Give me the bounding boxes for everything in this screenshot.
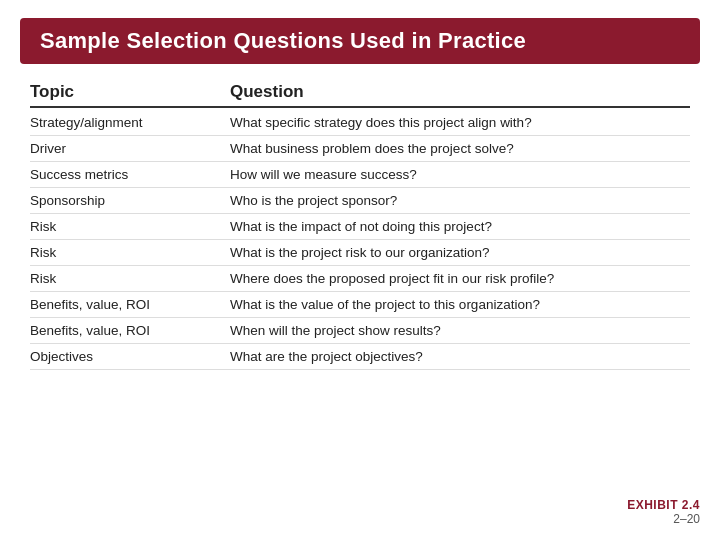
row-question: How will we measure success?	[230, 167, 690, 182]
row-question: What business problem does the project s…	[230, 141, 690, 156]
table-container: Topic Question Strategy/alignmentWhat sp…	[20, 82, 700, 490]
row-topic: Risk	[30, 219, 230, 234]
row-topic: Objectives	[30, 349, 230, 364]
row-question: What specific strategy does this project…	[230, 115, 690, 130]
row-topic: Risk	[30, 271, 230, 286]
row-question: When will the project show results?	[230, 323, 690, 338]
column-header-topic: Topic	[30, 82, 230, 102]
page-number: 2–20	[673, 512, 700, 526]
table-row: RiskWhat is the project risk to our orga…	[30, 240, 690, 266]
row-topic: Driver	[30, 141, 230, 156]
table-row: DriverWhat business problem does the pro…	[30, 136, 690, 162]
row-question: What is the value of the project to this…	[230, 297, 690, 312]
header-banner: Sample Selection Questions Used in Pract…	[20, 18, 700, 64]
row-topic: Benefits, value, ROI	[30, 323, 230, 338]
row-question: Where does the proposed project fit in o…	[230, 271, 690, 286]
table-body: Strategy/alignmentWhat specific strategy…	[30, 110, 690, 370]
table-row: SponsorshipWho is the project sponsor?	[30, 188, 690, 214]
row-topic: Risk	[30, 245, 230, 260]
table-row: Benefits, value, ROIWhat is the value of…	[30, 292, 690, 318]
table-row: Benefits, value, ROIWhen will the projec…	[30, 318, 690, 344]
row-question: What are the project objectives?	[230, 349, 690, 364]
footer: EXHIBIT 2.4 2–20	[20, 490, 700, 526]
table-row: RiskWhere does the proposed project fit …	[30, 266, 690, 292]
table-header-row: Topic Question	[30, 82, 690, 108]
row-question: Who is the project sponsor?	[230, 193, 690, 208]
column-header-question: Question	[230, 82, 690, 102]
table-row: ObjectivesWhat are the project objective…	[30, 344, 690, 370]
page-title: Sample Selection Questions Used in Pract…	[40, 28, 526, 53]
table-row: Strategy/alignmentWhat specific strategy…	[30, 110, 690, 136]
row-question: What is the impact of not doing this pro…	[230, 219, 690, 234]
row-topic: Success metrics	[30, 167, 230, 182]
page: Sample Selection Questions Used in Pract…	[0, 0, 720, 540]
row-topic: Strategy/alignment	[30, 115, 230, 130]
row-question: What is the project risk to our organiza…	[230, 245, 690, 260]
table-row: Success metricsHow will we measure succe…	[30, 162, 690, 188]
table-row: RiskWhat is the impact of not doing this…	[30, 214, 690, 240]
row-topic: Benefits, value, ROI	[30, 297, 230, 312]
exhibit-label: EXHIBIT 2.4	[627, 498, 700, 512]
row-topic: Sponsorship	[30, 193, 230, 208]
